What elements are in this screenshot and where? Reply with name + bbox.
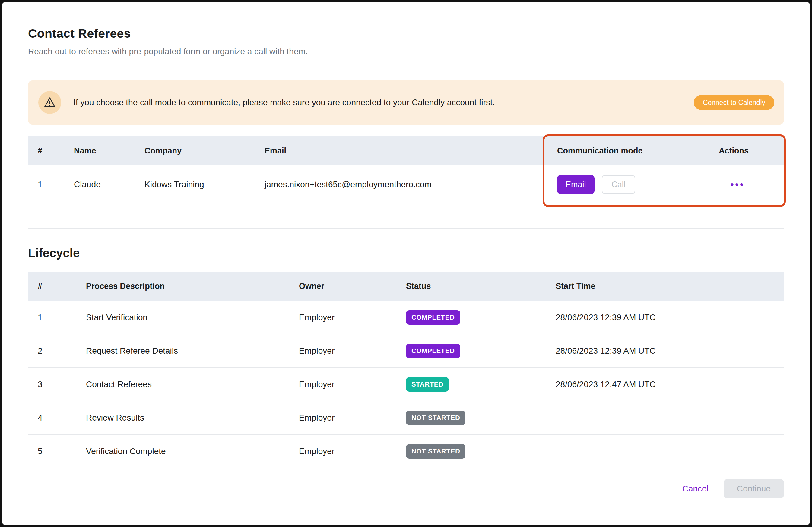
- referees-table: # Name Company Email Communication mode …: [28, 136, 784, 229]
- process-index: 5: [28, 447, 86, 456]
- banner-message: If you choose the call mode to communica…: [73, 98, 495, 107]
- process-index: 4: [28, 413, 86, 423]
- status-cell: COMPLETED: [406, 310, 556, 325]
- actions-cell: •••: [719, 179, 784, 191]
- column-header-index: #: [28, 146, 74, 156]
- cancel-button[interactable]: Cancel: [682, 484, 709, 494]
- status-cell: STARTED: [406, 377, 556, 392]
- lifecycle-row: 5 Verification Complete Employer NOT STA…: [28, 435, 784, 468]
- table-footer-space: [28, 204, 784, 229]
- lifecycle-table: # Process Description Owner Status Start…: [28, 272, 784, 468]
- column-header-start-time: Start Time: [556, 282, 784, 291]
- calendly-warning-banner: If you choose the call mode to communica…: [28, 80, 784, 125]
- process-start-time: 28/06/2023 12:39 AM UTC: [556, 346, 784, 356]
- row-actions-menu-icon[interactable]: •••: [719, 179, 745, 191]
- column-header-communication-mode: Communication mode: [557, 146, 719, 156]
- contact-referees-page: Contact Referees Reach out to referees w…: [2, 2, 810, 498]
- column-header-process-description: Process Description: [86, 282, 299, 291]
- process-owner: Employer: [299, 346, 406, 356]
- process-description: Review Results: [86, 413, 299, 423]
- status-badge: STARTED: [406, 377, 449, 392]
- process-owner: Employer: [299, 380, 406, 389]
- process-description: Verification Complete: [86, 447, 299, 456]
- status-cell: COMPLETED: [406, 344, 556, 358]
- process-start-time: 28/06/2023 12:47 AM UTC: [556, 380, 784, 389]
- status-badge: NOT STARTED: [406, 411, 465, 425]
- referees-table-header: # Name Company Email Communication mode …: [28, 136, 784, 165]
- call-mode-button[interactable]: Call: [602, 175, 635, 194]
- column-header-owner: Owner: [299, 282, 406, 291]
- process-description: Contact Referees: [86, 380, 299, 389]
- status-badge: NOT STARTED: [406, 444, 465, 458]
- lifecycle-title: Lifecycle: [28, 246, 784, 260]
- lifecycle-row: 3 Contact Referees Employer STARTED 28/0…: [28, 368, 784, 401]
- page-subtitle: Reach out to referees with pre-populated…: [28, 47, 784, 56]
- lifecycle-row: 4 Review Results Employer NOT STARTED: [28, 401, 784, 435]
- lifecycle-row: 2 Request Referee Details Employer COMPL…: [28, 334, 784, 368]
- connect-calendly-button[interactable]: Connect to Calendly: [694, 95, 774, 110]
- process-description: Request Referee Details: [86, 346, 299, 356]
- status-cell: NOT STARTED: [406, 411, 556, 425]
- status-cell: NOT STARTED: [406, 444, 556, 458]
- process-owner: Employer: [299, 313, 406, 322]
- continue-button[interactable]: Continue: [724, 479, 784, 498]
- column-header-actions: Actions: [719, 146, 784, 156]
- app-window: Contact Referees Reach out to referees w…: [0, 0, 812, 527]
- process-index: 3: [28, 380, 86, 389]
- status-badge: COMPLETED: [406, 344, 460, 358]
- lifecycle-table-header: # Process Description Owner Status Start…: [28, 272, 784, 301]
- status-badge: COMPLETED: [406, 310, 460, 325]
- referee-table-row: 1 Claude Kidows Training james.nixon+tes…: [28, 165, 784, 204]
- referee-email: james.nixon+test65c@employmenthero.com: [264, 180, 557, 189]
- process-owner: Employer: [299, 447, 406, 456]
- communication-mode-cell: Email Call: [557, 175, 719, 194]
- process-index: 1: [28, 313, 86, 322]
- warning-icon: [38, 91, 61, 114]
- process-description: Start Verification: [86, 313, 299, 322]
- page-title: Contact Referees: [28, 27, 784, 41]
- email-mode-button[interactable]: Email: [557, 175, 595, 194]
- footer-actions: Cancel Continue: [28, 479, 784, 498]
- lifecycle-row: 1 Start Verification Employer COMPLETED …: [28, 301, 784, 334]
- column-header-status: Status: [406, 282, 556, 291]
- column-header-company: Company: [144, 146, 264, 156]
- process-owner: Employer: [299, 413, 406, 423]
- referee-company: Kidows Training: [144, 180, 264, 189]
- column-header-name: Name: [74, 146, 144, 156]
- process-index: 2: [28, 346, 86, 356]
- column-header-email: Email: [264, 146, 557, 156]
- process-start-time: 28/06/2023 12:39 AM UTC: [556, 313, 784, 322]
- referee-name: Claude: [74, 180, 144, 189]
- column-header-index: #: [28, 282, 86, 291]
- referee-index: 1: [28, 180, 74, 189]
